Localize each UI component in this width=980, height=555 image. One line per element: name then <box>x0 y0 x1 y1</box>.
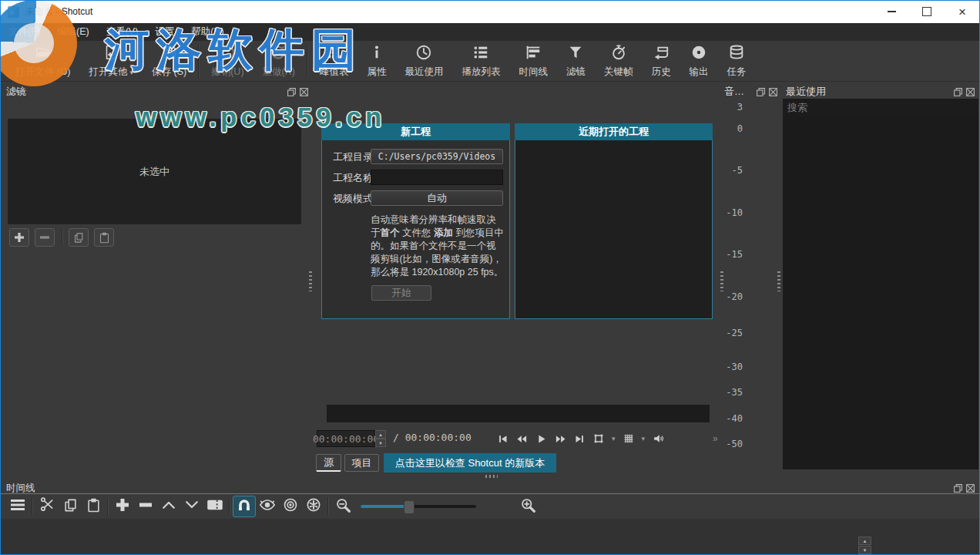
ripple-all-tracks-button[interactable] <box>302 496 325 517</box>
paste-filters-button[interactable] <box>94 228 114 247</box>
menu-edit[interactable]: 编辑(E) <box>49 23 98 41</box>
menu-file[interactable]: 文件(F) <box>0 23 49 41</box>
properties-button[interactable]: 属性 <box>357 42 395 79</box>
project-dir-button[interactable]: C:/Users/pc0359/Videos <box>371 149 503 164</box>
float-panel-icon[interactable] <box>287 86 297 96</box>
list-icon <box>472 44 489 63</box>
append-button[interactable] <box>111 496 134 517</box>
copy-button[interactable] <box>59 496 82 517</box>
history-button[interactable]: 历史 <box>642 42 680 79</box>
maximize-button[interactable] <box>909 0 945 23</box>
skip-end-icon[interactable] <box>574 433 586 445</box>
meter-scale-label: 0 <box>717 123 743 134</box>
splitter-handle[interactable] <box>720 271 723 291</box>
paste-button[interactable] <box>82 496 105 517</box>
caret-down-icon[interactable]: ▾ <box>642 435 646 442</box>
zoom-in-button[interactable] <box>516 496 539 517</box>
timeline-tracks-area[interactable]: ▲ ▼ <box>0 519 980 555</box>
title-bar: 未命名 - Shotcut × <box>0 0 980 23</box>
float-panel-icon[interactable] <box>953 483 963 493</box>
undo-button: 撤销(U) <box>202 42 253 79</box>
volume-icon[interactable] <box>652 432 665 445</box>
copy-filters-button[interactable] <box>69 228 89 247</box>
play-icon[interactable] <box>535 433 547 445</box>
menu-help[interactable]: 帮助(H) <box>183 23 232 41</box>
video-mode-description: 自动意味着分辨率和帧速取决于首个 文件您 添加 到您项目中的。如果首个文件不是一… <box>371 214 505 279</box>
keyframes-button[interactable]: 关键帧 <box>595 42 643 79</box>
jobs-button[interactable]: 任务 <box>717 42 755 79</box>
close-panel-icon[interactable] <box>965 483 975 493</box>
remove-filter-button[interactable] <box>35 228 55 247</box>
search-input[interactable] <box>783 99 978 116</box>
menu-view[interactable]: 查看(V) <box>98 23 147 41</box>
float-panel-icon[interactable] <box>756 86 766 96</box>
recent-files-list[interactable] <box>783 116 978 469</box>
overwrite-button[interactable] <box>180 496 203 517</box>
loop-range-icon[interactable] <box>592 432 605 445</box>
timeline-zoom-slider[interactable] <box>361 505 476 508</box>
project-name-input[interactable] <box>371 170 503 185</box>
start-button: 开始 <box>371 285 431 301</box>
splitter-handle[interactable] <box>309 271 312 291</box>
new-project-header: 新工程 <box>321 123 510 140</box>
skip-start-icon[interactable] <box>497 433 508 445</box>
recent-projects-list[interactable] <box>515 140 713 319</box>
video-mode-button[interactable]: 自动 <box>371 190 503 206</box>
undo-icon <box>219 44 236 63</box>
playlist-button[interactable]: 播放列表 <box>452 42 509 79</box>
timecode-spinner[interactable]: ▲ ▼ <box>375 430 386 447</box>
open-file-button[interactable]: 打开文件 (O) <box>6 42 80 79</box>
fast-forward-icon[interactable] <box>554 433 567 445</box>
grid-icon[interactable] <box>623 432 635 445</box>
splitter-handle[interactable] <box>485 475 498 478</box>
asterisk-circle-icon <box>306 497 321 516</box>
meter-scale-label: -25 <box>717 328 743 338</box>
scroll-up-button[interactable]: ▲ <box>858 536 871 545</box>
tab-project[interactable]: 项目 <box>344 454 379 472</box>
split-clip-icon <box>206 499 223 514</box>
ripple-button[interactable] <box>279 496 302 517</box>
split-button[interactable] <box>203 496 227 517</box>
menu-bar: 文件(F) 编辑(E) 查看(V) 设置 帮助(H) <box>0 23 980 41</box>
timeline-separator <box>32 498 33 515</box>
zoom-out-button[interactable] <box>331 496 354 517</box>
snap-toggle-button[interactable] <box>233 496 256 517</box>
filters-empty-list[interactable]: 未选中 <box>8 119 301 224</box>
rewind-icon[interactable] <box>515 433 529 445</box>
splitter-handle[interactable] <box>777 271 780 291</box>
menu-settings[interactable]: 设置 <box>146 23 183 41</box>
save-button[interactable]: 保存 (S) <box>143 42 196 79</box>
tab-source[interactable]: 源 <box>316 454 341 472</box>
filters-button[interactable]: 滤镜 <box>557 42 595 79</box>
peak-meter-button[interactable]: 峰值表 <box>310 42 358 79</box>
toolbar-separator <box>307 44 308 78</box>
close-panel-icon[interactable] <box>768 86 778 96</box>
timeline-button[interactable]: 时间线 <box>509 42 557 79</box>
cut-button[interactable] <box>35 496 59 517</box>
float-panel-icon[interactable] <box>953 86 963 96</box>
close-button[interactable]: × <box>945 0 980 23</box>
open-other-button[interactable]: 打开其他▾ <box>80 42 143 79</box>
window-title: 未命名 - Shotcut <box>25 0 92 23</box>
seek-bar[interactable] <box>327 405 710 422</box>
paste-icon <box>86 498 101 516</box>
scrub-while-dragging-button[interactable] <box>256 496 279 517</box>
spin-up-icon[interactable]: ▲ <box>375 430 386 439</box>
close-panel-icon[interactable] <box>965 86 975 96</box>
slider-handle[interactable] <box>404 500 414 514</box>
lift-button[interactable] <box>157 496 180 517</box>
export-button[interactable]: 输出 <box>680 42 717 79</box>
close-panel-icon[interactable] <box>299 86 309 96</box>
timeline-menu-button[interactable] <box>6 496 29 517</box>
recent-button[interactable]: 最近使用 <box>395 42 452 79</box>
minimize-button[interactable] <box>874 0 909 23</box>
update-check-button[interactable]: 点击这里以检查 Shotcut 的新版本 <box>384 453 556 473</box>
add-filter-button[interactable] <box>9 228 29 247</box>
hamburger-icon <box>11 500 25 513</box>
caret-down-icon[interactable]: ▾ <box>612 435 616 442</box>
scroll-down-button[interactable]: ▼ <box>858 546 871 554</box>
spin-down-icon[interactable]: ▼ <box>375 439 386 447</box>
ripple-delete-button[interactable] <box>134 496 157 517</box>
current-timecode-field[interactable]: 00:00:00:00 <box>317 430 375 447</box>
project-dir-label: 工程目录 <box>333 150 373 164</box>
